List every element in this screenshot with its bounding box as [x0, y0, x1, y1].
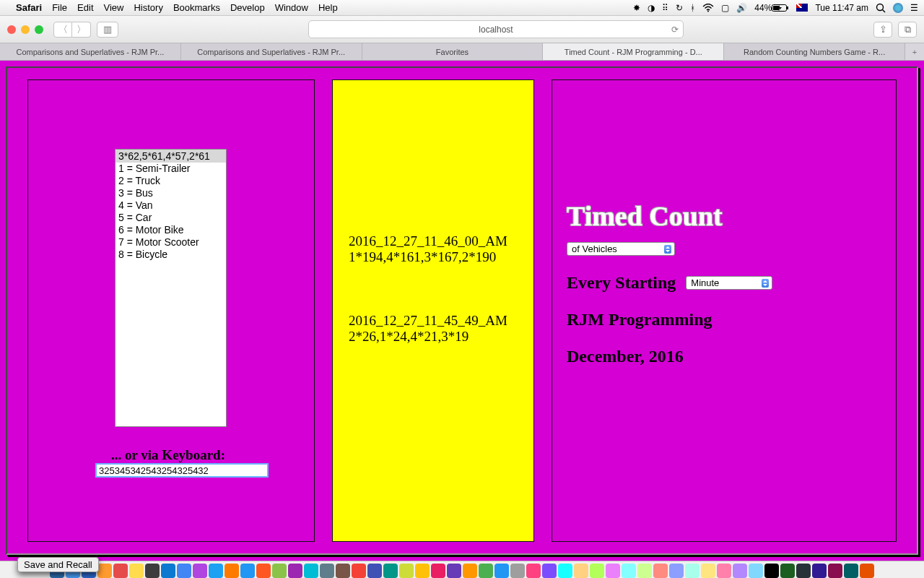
list-selected-row[interactable]: 3*62,5*61,4*57,2*61 — [116, 150, 226, 163]
list-item[interactable]: 2 = Truck — [116, 175, 226, 187]
dock-app-icon[interactable] — [288, 564, 302, 578]
dock-app-icon[interactable] — [780, 564, 795, 578]
tab-4[interactable]: Random Counting Numbers Game - R... — [724, 43, 905, 60]
interval-select[interactable]: Minute — [686, 276, 772, 290]
flag-icon[interactable] — [796, 4, 808, 12]
vehicle-listbox[interactable]: 3*62,5*61,4*57,2*61 1 = Semi-Trailer 2 =… — [115, 149, 227, 427]
dock-app-icon[interactable] — [399, 564, 414, 578]
minimize-window-icon[interactable] — [21, 25, 30, 34]
list-item[interactable]: 8 = Bicycle — [116, 249, 226, 261]
airplay-icon[interactable]: ▢ — [721, 3, 729, 13]
dock-app-icon[interactable] — [352, 564, 366, 578]
menu-file[interactable]: File — [52, 2, 67, 13]
spotlight-icon[interactable] — [876, 3, 886, 13]
dock-app-icon[interactable] — [749, 564, 763, 578]
list-item[interactable]: 6 = Motor Bike — [116, 224, 226, 236]
zoom-window-icon[interactable] — [35, 25, 43, 34]
subject-select[interactable]: of Vehicles — [567, 242, 675, 256]
tab-1[interactable]: Comparisons and Superlatives - RJM Pr... — [181, 43, 362, 60]
dock-app-icon[interactable] — [415, 564, 430, 578]
dock-app-icon[interactable] — [367, 564, 382, 578]
dock-app-icon[interactable] — [685, 564, 699, 578]
dock-app-icon[interactable] — [272, 564, 287, 578]
dock-app-icon[interactable] — [320, 564, 334, 578]
share-button[interactable]: ⇪ — [873, 22, 892, 38]
keyboard-input[interactable] — [95, 463, 269, 478]
dock-app-icon[interactable] — [701, 564, 715, 578]
menu-develop[interactable]: Develop — [230, 2, 265, 13]
dock-app-icon[interactable] — [97, 564, 112, 578]
forward-button[interactable]: 〉 — [72, 22, 91, 38]
list-item[interactable]: 4 = Van — [116, 199, 226, 212]
tab-0[interactable]: Comparisons and Superlatives - RJM Pr... — [0, 43, 181, 60]
dock-app-icon[interactable] — [510, 564, 525, 578]
dock-app-icon[interactable] — [209, 564, 223, 578]
dock-app-icon[interactable] — [796, 564, 811, 578]
sidebar-button[interactable]: ▥ — [97, 22, 118, 38]
tab-2[interactable]: Favorites — [362, 43, 544, 60]
menu-view[interactable]: View — [104, 2, 124, 13]
new-tab-button[interactable]: + — [905, 43, 924, 60]
dock-app-icon[interactable] — [463, 564, 477, 578]
notification-icon[interactable]: ◑ — [648, 3, 655, 13]
clock[interactable]: Tue 11:47 am — [815, 3, 868, 13]
dock-app-icon[interactable] — [479, 564, 493, 578]
notification-center-icon[interactable]: ☰ — [910, 3, 918, 13]
bluetooth-icon[interactable]: ᚼ — [690, 3, 695, 13]
dock-app-icon[interactable] — [574, 564, 588, 578]
tab-3[interactable]: Timed Count - RJM Programming - D... — [543, 43, 724, 60]
back-button[interactable]: 〈 — [53, 22, 72, 38]
dock-app-icon[interactable] — [812, 564, 827, 578]
menu-help[interactable]: Help — [318, 2, 338, 13]
tabs-button[interactable]: ⧉ — [898, 22, 917, 38]
list-item[interactable]: 3 = Bus — [116, 187, 226, 199]
dock-app-icon[interactable] — [431, 564, 445, 578]
dock-app-icon[interactable] — [113, 564, 128, 578]
list-item[interactable]: 1 = Semi-Trailer — [116, 163, 226, 175]
volume-icon[interactable]: 🔊 — [736, 3, 747, 13]
dock-app-icon[interactable] — [558, 564, 572, 578]
dock-app-icon[interactable] — [860, 564, 874, 578]
dock-app-icon[interactable] — [844, 564, 858, 578]
dock-app-icon[interactable] — [225, 564, 239, 578]
menu-window[interactable]: Window — [275, 2, 308, 13]
dock-app-icon[interactable] — [240, 564, 255, 578]
save-recall-button[interactable]: Save and Recall — [17, 557, 99, 572]
dock-app-icon[interactable] — [606, 564, 620, 578]
avast-icon[interactable]: ✸ — [633, 3, 640, 13]
dock-app-icon[interactable] — [637, 564, 652, 578]
app-name[interactable]: Safari — [16, 2, 42, 13]
address-bar[interactable]: localhost ⟳ — [308, 20, 684, 38]
dock-app-icon[interactable] — [526, 564, 541, 578]
dock-app-icon[interactable] — [256, 564, 271, 578]
dock-app-icon[interactable] — [129, 564, 144, 578]
dock-app-icon[interactable] — [590, 564, 604, 578]
dock-app-icon[interactable] — [653, 564, 668, 578]
wifi-icon[interactable] — [702, 4, 714, 12]
dock-app-icon[interactable] — [828, 564, 842, 578]
dock-app-icon[interactable] — [669, 564, 684, 578]
dock-app-icon[interactable] — [177, 564, 191, 578]
dock-app-icon[interactable] — [304, 564, 318, 578]
menu-edit[interactable]: Edit — [77, 2, 93, 13]
dock-app-icon[interactable] — [145, 564, 160, 578]
dropbox-icon[interactable]: ⠿ — [662, 3, 668, 13]
dock-app-icon[interactable] — [494, 564, 509, 578]
list-item[interactable]: 5 = Car — [116, 212, 226, 224]
dock-app-icon[interactable] — [193, 564, 207, 578]
list-item[interactable]: 7 = Motor Scooter — [116, 236, 226, 249]
dock-app-icon[interactable] — [447, 564, 461, 578]
menu-bookmarks[interactable]: Bookmarks — [173, 2, 220, 13]
close-window-icon[interactable] — [7, 25, 16, 34]
dock-app-icon[interactable] — [542, 564, 557, 578]
dock-app-icon[interactable] — [764, 564, 779, 578]
menu-history[interactable]: History — [134, 2, 162, 13]
battery-status[interactable]: 44% — [754, 3, 789, 13]
timemachine-icon[interactable]: ↻ — [676, 3, 683, 13]
siri-icon[interactable] — [893, 3, 903, 13]
dock-app-icon[interactable] — [717, 564, 731, 578]
dock-app-icon[interactable] — [336, 564, 350, 578]
dock-app-icon[interactable] — [383, 564, 398, 578]
reload-icon[interactable]: ⟳ — [671, 25, 679, 35]
dock-app-icon[interactable] — [622, 564, 636, 578]
